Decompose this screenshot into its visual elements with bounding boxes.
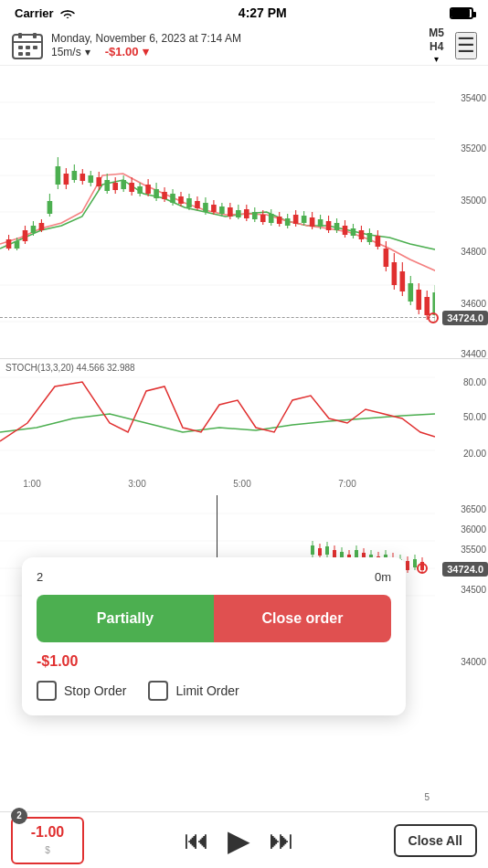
- order-time-label: 0m: [375, 570, 391, 584]
- second-price-1: 36500: [461, 504, 486, 514]
- limit-order-checkbox-item[interactable]: Limit Order: [148, 681, 239, 701]
- svg-rect-7: [18, 52, 23, 56]
- skip-back-button[interactable]: ⏮: [184, 825, 209, 855]
- time-label-1: 1:00: [5, 479, 58, 493]
- svg-rect-4: [18, 46, 23, 49]
- stoch-chart: STOCH(13,3,20) 44.566 32.988 80.00 50.00…: [0, 358, 488, 477]
- close-all-button[interactable]: Close All: [394, 824, 477, 857]
- order-action-buttons: Partially Close order: [37, 595, 391, 642]
- timeframe1-label: M5: [429, 26, 444, 39]
- bottom-pnl-container: 2 -1.00 $: [11, 817, 84, 864]
- price-label-2: 35200: [461, 143, 486, 153]
- limit-order-label: Limit Order: [175, 683, 239, 698]
- candlestick-chart: [0, 66, 488, 358]
- position-count-badge: 2: [11, 808, 27, 824]
- current-price-area: 34724.0: [426, 311, 488, 325]
- svg-rect-2: [33, 33, 37, 38]
- svg-rect-8: [26, 52, 30, 56]
- price-label-6: 34400: [461, 349, 486, 358]
- close-order-button[interactable]: Close order: [214, 595, 391, 642]
- order-card-header: 2 0m: [37, 570, 391, 584]
- stop-order-label: Stop Order: [64, 683, 126, 698]
- order-card: 2 0m Partially Close order -$1.00 Stop O…: [22, 557, 406, 715]
- bottom-pnl-currency: $: [45, 845, 50, 855]
- carrier-label: Carrier: [15, 6, 54, 20]
- stoch-svg: [0, 359, 435, 477]
- current-price-badge: 34724.0: [442, 311, 488, 325]
- battery-icon: [450, 7, 473, 19]
- toolbar: Monday, November 6, 2023 at 7:14 AM 15m/…: [0, 26, 488, 66]
- bottom-pnl-value: -1.00: [22, 824, 73, 841]
- order-id-label: 2: [37, 570, 43, 584]
- toolbar-date: Monday, November 6, 2023 at 7:14 AM: [51, 32, 429, 45]
- price-label-3: 35000: [461, 196, 486, 206]
- stop-order-checkbox-item[interactable]: Stop Order: [37, 681, 126, 701]
- current-price-line: [0, 317, 435, 318]
- status-bar: Carrier 4:27 PM: [0, 0, 488, 26]
- skip-forward-button[interactable]: ⏭: [269, 825, 294, 855]
- time-axis: 1:00 3:00 5:00 7:00: [0, 477, 488, 495]
- stoch-level-50: 50.00: [463, 412, 486, 422]
- toolbar-pnl-value: -$1.00: [105, 45, 139, 58]
- play-button[interactable]: ▶: [228, 823, 250, 858]
- stoch-label: STOCH(13,3,20) 44.566 32.988: [5, 363, 135, 373]
- order-checkboxes-container: Stop Order Limit Order: [37, 681, 391, 701]
- partially-button[interactable]: Partially: [37, 595, 214, 642]
- second-chart-price-badge: 34724.0: [442, 562, 488, 577]
- bottom-bar: 2 -1.00 $ ⏮ ▶ ⏭ Close All: [0, 811, 488, 868]
- pnl-chevron: ▾: [143, 45, 149, 58]
- toolbar-speed-container[interactable]: 15m/s ▾: [51, 46, 90, 58]
- timeframe-chevron: ▾: [434, 54, 439, 64]
- stop-order-checkbox[interactable]: [37, 681, 57, 701]
- menu-button[interactable]: ☰: [455, 32, 477, 59]
- status-time: 4:27 PM: [239, 5, 287, 20]
- toolbar-pnl-container[interactable]: -$1.00 ▾: [105, 45, 149, 58]
- limit-order-checkbox[interactable]: [148, 681, 168, 701]
- second-price-3: 35500: [461, 545, 486, 555]
- speed-value: 15m/s: [51, 46, 81, 58]
- second-price-2: 36000: [461, 524, 486, 535]
- stoch-level-20: 20.00: [463, 449, 486, 459]
- bottom-price-1: 34000: [461, 657, 486, 667]
- price-label-1: 35400: [461, 93, 486, 103]
- time-marker-5: 5: [424, 792, 430, 802]
- wifi-icon: [59, 7, 76, 19]
- toolbar-right: M5 H4 ▾ ☰: [429, 26, 477, 64]
- time-label-3: 5:00: [216, 479, 269, 493]
- timeframe-selector[interactable]: M5 H4 ▾: [429, 26, 444, 64]
- stoch-level-80: 80.00: [463, 377, 486, 387]
- calendar-icon[interactable]: [11, 31, 44, 60]
- time-label-2: 3:00: [111, 479, 164, 493]
- price-circle-icon: [428, 312, 439, 323]
- svg-rect-6: [33, 46, 37, 49]
- svg-rect-1: [18, 33, 22, 38]
- price-label-5: 34600: [461, 299, 486, 309]
- main-chart: 35400 35200 35000 34800 34600 34400 3472…: [0, 66, 488, 358]
- order-pnl-display: -$1.00: [37, 653, 391, 670]
- speed-chevron: ▾: [85, 46, 90, 58]
- second-price-5: 34500: [461, 585, 486, 595]
- playback-controls: ⏮ ▶ ⏭: [184, 823, 294, 858]
- toolbar-info: Monday, November 6, 2023 at 7:14 AM 15m/…: [51, 32, 429, 58]
- timeframe2-label: H4: [430, 40, 443, 53]
- time-label-4: 7:00: [321, 479, 374, 493]
- svg-rect-5: [26, 46, 30, 49]
- price-label-4: 34800: [461, 247, 486, 257]
